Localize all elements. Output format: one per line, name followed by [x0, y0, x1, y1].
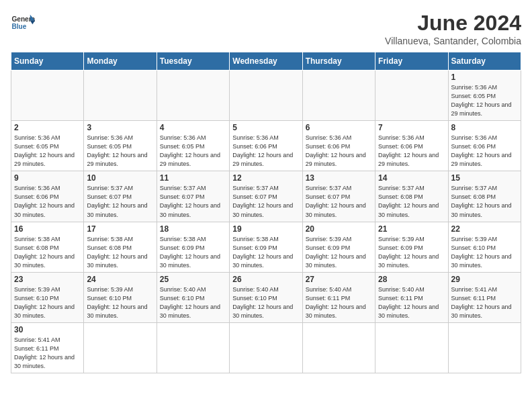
day-info: Sunrise: 5:38 AM Sunset: 6:09 PM Dayligh… — [232, 235, 299, 270]
calendar-table: SundayMondayTuesdayWednesdayThursdayFrid… — [11, 52, 521, 373]
day-number: 25 — [160, 275, 226, 284]
calendar-day: 26Sunrise: 5:40 AM Sunset: 6:10 PM Dayli… — [230, 272, 302, 322]
header-cell-tuesday: Tuesday — [157, 52, 229, 71]
day-number: 18 — [160, 224, 226, 234]
day-number: 12 — [232, 173, 299, 183]
calendar-day: 23Sunrise: 5:39 AM Sunset: 6:10 PM Dayli… — [11, 272, 84, 322]
day-info: Sunrise: 5:40 AM Sunset: 6:10 PM Dayligh… — [160, 285, 226, 320]
day-number: 23 — [14, 275, 81, 284]
day-info: Sunrise: 5:37 AM Sunset: 6:07 PM Dayligh… — [232, 184, 299, 219]
calendar-week-5: 30Sunrise: 5:41 AM Sunset: 6:11 PM Dayli… — [11, 322, 521, 373]
calendar-day: 13Sunrise: 5:37 AM Sunset: 6:07 PM Dayli… — [302, 171, 375, 222]
day-number: 2 — [14, 123, 81, 132]
calendar-day: 16Sunrise: 5:38 AM Sunset: 6:08 PM Dayli… — [11, 222, 84, 272]
calendar-day — [157, 71, 229, 121]
day-number: 10 — [87, 173, 153, 183]
calendar-day: 11Sunrise: 5:37 AM Sunset: 6:07 PM Dayli… — [157, 171, 229, 222]
calendar-day: 3Sunrise: 5:36 AM Sunset: 6:05 PM Daylig… — [84, 121, 157, 171]
day-info: Sunrise: 5:40 AM Sunset: 6:10 PM Dayligh… — [232, 285, 299, 320]
day-number: 26 — [232, 275, 299, 284]
logo-icon: General Blue — [11, 11, 35, 35]
day-info: Sunrise: 5:39 AM Sunset: 6:10 PM Dayligh… — [14, 285, 81, 320]
day-number: 28 — [378, 275, 445, 284]
calendar-day: 12Sunrise: 5:37 AM Sunset: 6:07 PM Dayli… — [230, 171, 302, 222]
calendar-day: 29Sunrise: 5:41 AM Sunset: 6:11 PM Dayli… — [448, 272, 521, 322]
calendar-day: 18Sunrise: 5:38 AM Sunset: 6:09 PM Dayli… — [157, 222, 229, 272]
calendar-day: 20Sunrise: 5:39 AM Sunset: 6:09 PM Dayli… — [302, 222, 375, 272]
calendar-body: 1Sunrise: 5:36 AM Sunset: 6:05 PM Daylig… — [11, 71, 521, 373]
day-number: 11 — [160, 173, 226, 183]
day-number: 9 — [14, 173, 81, 183]
calendar-day: 15Sunrise: 5:37 AM Sunset: 6:08 PM Dayli… — [448, 171, 521, 222]
calendar-day: 17Sunrise: 5:38 AM Sunset: 6:08 PM Dayli… — [84, 222, 157, 272]
calendar-day: 19Sunrise: 5:38 AM Sunset: 6:09 PM Dayli… — [230, 222, 302, 272]
calendar-day: 5Sunrise: 5:36 AM Sunset: 6:06 PM Daylig… — [230, 121, 302, 171]
logo: General Blue — [11, 11, 35, 35]
calendar-day: 4Sunrise: 5:36 AM Sunset: 6:05 PM Daylig… — [157, 121, 229, 171]
day-info: Sunrise: 5:41 AM Sunset: 6:11 PM Dayligh… — [14, 336, 81, 371]
calendar-day — [302, 322, 375, 373]
day-number: 1 — [451, 73, 518, 82]
day-number: 4 — [160, 123, 226, 132]
location: Villanueva, Santander, Colombia — [385, 36, 521, 46]
day-info: Sunrise: 5:36 AM Sunset: 6:06 PM Dayligh… — [232, 134, 299, 169]
day-number: 20 — [306, 224, 372, 234]
calendar-day: 25Sunrise: 5:40 AM Sunset: 6:10 PM Dayli… — [157, 272, 229, 322]
day-number: 7 — [378, 123, 445, 132]
header-cell-friday: Friday — [375, 52, 448, 71]
calendar-day: 14Sunrise: 5:37 AM Sunset: 6:08 PM Dayli… — [375, 171, 448, 222]
calendar-day: 1Sunrise: 5:36 AM Sunset: 6:05 PM Daylig… — [448, 71, 521, 121]
calendar-day — [230, 322, 302, 373]
calendar-day: 22Sunrise: 5:39 AM Sunset: 6:10 PM Dayli… — [448, 222, 521, 272]
day-info: Sunrise: 5:39 AM Sunset: 6:09 PM Dayligh… — [378, 235, 445, 270]
day-info: Sunrise: 5:37 AM Sunset: 6:07 PM Dayligh… — [306, 184, 372, 219]
header-cell-wednesday: Wednesday — [230, 52, 302, 71]
day-number: 22 — [451, 224, 518, 234]
calendar-day — [375, 322, 448, 373]
calendar-day: 10Sunrise: 5:37 AM Sunset: 6:07 PM Dayli… — [84, 171, 157, 222]
header-cell-monday: Monday — [84, 52, 157, 71]
calendar-week-1: 2Sunrise: 5:36 AM Sunset: 6:05 PM Daylig… — [11, 121, 521, 171]
day-info: Sunrise: 5:36 AM Sunset: 6:05 PM Dayligh… — [14, 134, 81, 169]
day-number: 27 — [306, 275, 372, 284]
calendar-day — [230, 71, 302, 121]
day-info: Sunrise: 5:37 AM Sunset: 6:07 PM Dayligh… — [87, 184, 153, 219]
calendar-week-3: 16Sunrise: 5:38 AM Sunset: 6:08 PM Dayli… — [11, 222, 521, 272]
calendar-day — [448, 322, 521, 373]
day-number: 14 — [378, 173, 445, 183]
day-number: 30 — [14, 325, 81, 334]
day-number: 24 — [87, 275, 153, 284]
calendar-day — [84, 322, 157, 373]
calendar-week-0: 1Sunrise: 5:36 AM Sunset: 6:05 PM Daylig… — [11, 71, 521, 121]
day-number: 3 — [87, 123, 153, 132]
header: General Blue June 2024 Villanueva, Santa… — [11, 11, 521, 46]
day-number: 17 — [87, 224, 153, 234]
day-info: Sunrise: 5:40 AM Sunset: 6:11 PM Dayligh… — [306, 285, 372, 320]
calendar-header: SundayMondayTuesdayWednesdayThursdayFrid… — [11, 52, 521, 71]
calendar-day: 27Sunrise: 5:40 AM Sunset: 6:11 PM Dayli… — [302, 272, 375, 322]
day-info: Sunrise: 5:39 AM Sunset: 6:10 PM Dayligh… — [451, 235, 518, 270]
header-cell-sunday: Sunday — [11, 52, 84, 71]
calendar-day: 9Sunrise: 5:36 AM Sunset: 6:06 PM Daylig… — [11, 171, 84, 222]
calendar-day: 30Sunrise: 5:41 AM Sunset: 6:11 PM Dayli… — [11, 322, 84, 373]
header-row: SundayMondayTuesdayWednesdayThursdayFrid… — [11, 52, 521, 71]
day-number: 8 — [451, 123, 518, 132]
day-info: Sunrise: 5:37 AM Sunset: 6:08 PM Dayligh… — [451, 184, 518, 219]
header-cell-thursday: Thursday — [302, 52, 375, 71]
day-info: Sunrise: 5:36 AM Sunset: 6:06 PM Dayligh… — [306, 134, 372, 169]
calendar-day: 6Sunrise: 5:36 AM Sunset: 6:06 PM Daylig… — [302, 121, 375, 171]
day-number: 29 — [451, 275, 518, 284]
calendar-day: 2Sunrise: 5:36 AM Sunset: 6:05 PM Daylig… — [11, 121, 84, 171]
day-number: 15 — [451, 173, 518, 183]
calendar-day — [157, 322, 229, 373]
calendar-day: 24Sunrise: 5:39 AM Sunset: 6:10 PM Dayli… — [84, 272, 157, 322]
day-info: Sunrise: 5:36 AM Sunset: 6:05 PM Dayligh… — [451, 83, 518, 118]
svg-text:Blue: Blue — [11, 23, 26, 30]
day-number: 16 — [14, 224, 81, 234]
day-info: Sunrise: 5:36 AM Sunset: 6:06 PM Dayligh… — [378, 134, 445, 169]
day-info: Sunrise: 5:39 AM Sunset: 6:09 PM Dayligh… — [306, 235, 372, 270]
day-info: Sunrise: 5:36 AM Sunset: 6:05 PM Dayligh… — [160, 134, 226, 169]
day-number: 19 — [232, 224, 299, 234]
day-number: 5 — [232, 123, 299, 132]
day-number: 6 — [306, 123, 372, 132]
